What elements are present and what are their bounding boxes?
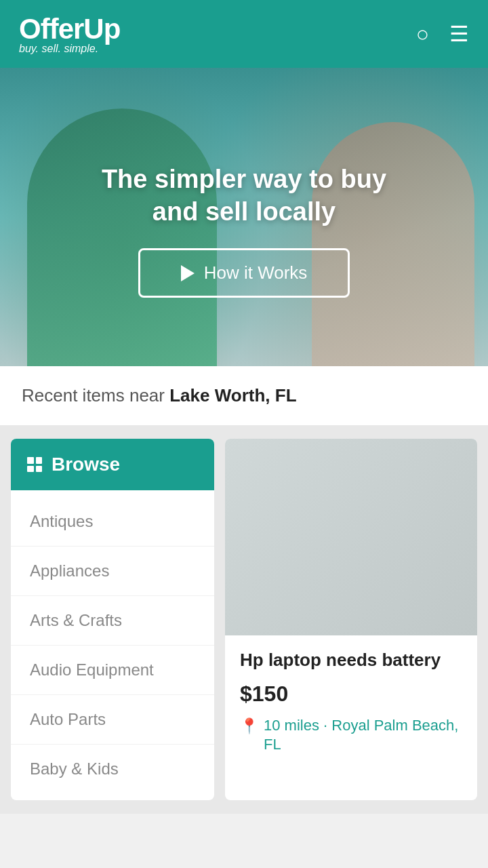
product-distance: 10 miles: [264, 717, 319, 734]
how-it-works-label: How it Works: [204, 262, 308, 283]
product-price: $150: [240, 682, 462, 707]
logo: OfferUp buy. sell. simple.: [19, 13, 120, 55]
product-location: 📍 10 miles · Royal Palm Beach, FL: [240, 716, 462, 755]
search-icon[interactable]: ○: [416, 22, 429, 47]
category-auto-parts[interactable]: Auto Parts: [11, 695, 214, 745]
product-distance-city: 10 miles · Royal Palm Beach, FL: [264, 716, 462, 755]
header-actions: ○ ☰: [416, 21, 469, 47]
product-title: Hp laptop needs battery: [240, 649, 462, 672]
product-image: [225, 439, 477, 635]
app-header: OfferUp buy. sell. simple. ○ ☰: [0, 0, 488, 68]
main-content: Browse Antiques Appliances Arts & Crafts…: [0, 425, 488, 814]
recent-prefix: Recent items near: [22, 385, 169, 406]
product-info: Hp laptop needs battery $150 📍 10 miles …: [225, 635, 477, 768]
hero-title: The simpler way to buy and sell locally: [81, 163, 407, 228]
category-audio-equipment[interactable]: Audio Equipment: [11, 646, 214, 695]
product-location-separator: ·: [323, 717, 331, 734]
hero-content: The simpler way to buy and sell locally …: [81, 163, 407, 298]
location-pin-icon: 📍: [240, 717, 258, 736]
category-arts-crafts[interactable]: Arts & Crafts: [11, 596, 214, 646]
browse-panel: Browse Antiques Appliances Arts & Crafts…: [11, 439, 214, 800]
category-list: Antiques Appliances Arts & Crafts Audio …: [11, 490, 214, 800]
browse-header: Browse: [11, 439, 214, 490]
logo-tagline: buy. sell. simple.: [19, 43, 120, 55]
browse-grid-icon: [27, 457, 42, 472]
how-it-works-button[interactable]: How it Works: [138, 248, 350, 298]
hero-section: The simpler way to buy and sell locally …: [0, 68, 488, 366]
category-baby-kids[interactable]: Baby & Kids: [11, 745, 214, 793]
product-card[interactable]: Hp laptop needs battery $150 📍 10 miles …: [225, 439, 477, 800]
menu-icon[interactable]: ☰: [449, 21, 469, 47]
category-antiques[interactable]: Antiques: [11, 497, 214, 547]
recent-items-banner: Recent items near Lake Worth, FL: [0, 366, 488, 425]
browse-header-label: Browse: [52, 454, 120, 475]
recent-location: Lake Worth, FL: [169, 385, 296, 406]
category-appliances[interactable]: Appliances: [11, 547, 214, 596]
play-icon: [181, 265, 195, 281]
logo-text: OfferUp: [19, 13, 120, 45]
